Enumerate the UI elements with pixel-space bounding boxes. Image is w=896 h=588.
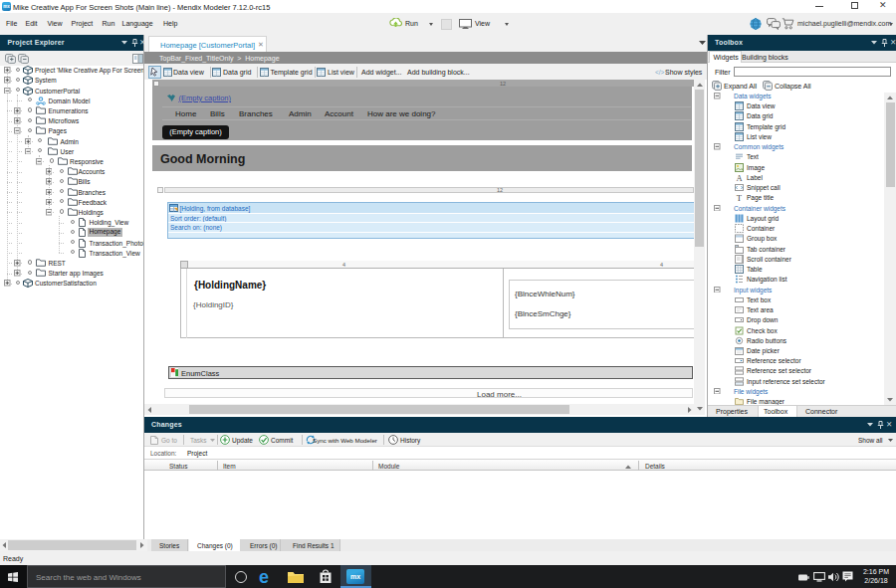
svg-text:T: T: [737, 193, 743, 202]
svg-text:A: A: [737, 173, 744, 182]
